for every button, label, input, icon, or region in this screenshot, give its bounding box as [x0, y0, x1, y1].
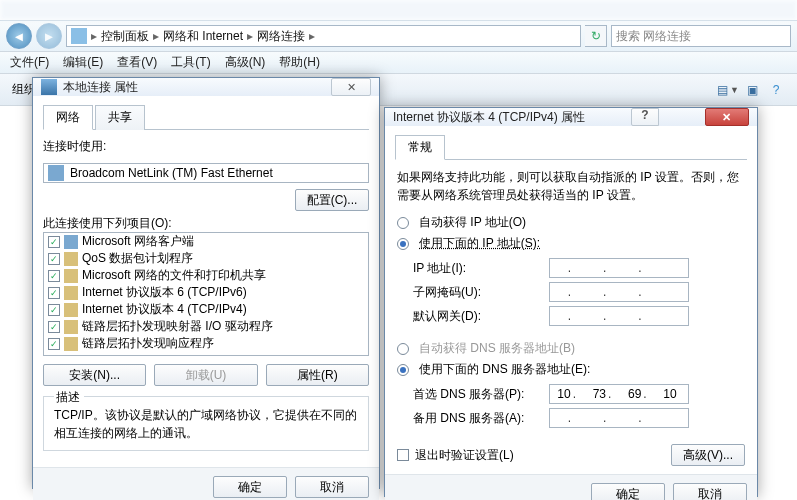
service-icon: [64, 252, 78, 266]
menu-bar: 文件(F) 编辑(E) 查看(V) 工具(T) 高级(N) 帮助(H): [0, 52, 797, 74]
checkbox-icon[interactable]: ✓: [48, 270, 60, 282]
radio-ip-manual[interactable]: 使用下面的 IP 地址(S):: [397, 235, 747, 252]
dialog-title: 本地连接 属性: [63, 79, 138, 96]
cancel-button[interactable]: 取消: [295, 476, 369, 498]
ok-button[interactable]: 确定: [213, 476, 287, 498]
ip-address-input[interactable]: [549, 258, 689, 278]
menu-advanced[interactable]: 高级(N): [225, 54, 266, 71]
client-icon: [64, 235, 78, 249]
checkbox-icon[interactable]: ✓: [48, 338, 60, 350]
checkbox-icon: [397, 449, 409, 461]
radio-icon: [397, 364, 409, 376]
forward-button[interactable]: ►: [36, 23, 62, 49]
alternate-dns-label: 备用 DNS 服务器(A):: [413, 410, 543, 427]
refresh-button[interactable]: ↻: [585, 25, 607, 47]
back-button[interactable]: ◄: [6, 23, 32, 49]
menu-view[interactable]: 查看(V): [117, 54, 157, 71]
radio-icon: [397, 217, 409, 229]
menu-tools[interactable]: 工具(T): [171, 54, 210, 71]
list-item[interactable]: ✓Internet 协议版本 6 (TCP/IPv6): [44, 284, 368, 301]
list-item-label: Microsoft 网络的文件和打印机共享: [82, 267, 266, 284]
proto-icon: [64, 320, 78, 334]
gateway-label: 默认网关(D):: [413, 308, 543, 325]
search-input[interactable]: 搜索 网络连接: [611, 25, 791, 47]
proto-icon: [64, 286, 78, 300]
list-item-label: Internet 协议版本 4 (TCP/IPv4): [82, 301, 247, 318]
network-icon: [41, 79, 57, 95]
tab-general[interactable]: 常规: [395, 135, 445, 160]
radio-dns-manual[interactable]: 使用下面的 DNS 服务器地址(E):: [397, 361, 747, 378]
description-label: 描述: [54, 389, 84, 406]
gateway-input[interactable]: [549, 306, 689, 326]
items-label: 此连接使用下列项目(O):: [43, 215, 369, 232]
checkbox-icon[interactable]: ✓: [48, 321, 60, 333]
breadcrumb[interactable]: ▸ 控制面板 ▸ 网络和 Internet ▸ 网络连接 ▸: [66, 25, 581, 47]
adapter-name: Broadcom NetLink (TM) Fast Ethernet: [70, 166, 273, 180]
menu-edit[interactable]: 编辑(E): [63, 54, 103, 71]
proto-icon: [64, 303, 78, 317]
components-list[interactable]: ✓Microsoft 网络客户端✓QoS 数据包计划程序✓Microsoft 网…: [43, 232, 369, 356]
alternate-dns-input[interactable]: [549, 408, 689, 428]
preferred-dns-input[interactable]: 10736910: [549, 384, 689, 404]
radio-ip-auto[interactable]: 自动获得 IP 地址(O): [397, 214, 747, 231]
menu-help[interactable]: 帮助(H): [279, 54, 320, 71]
checkbox-icon[interactable]: ✓: [48, 236, 60, 248]
tab-network[interactable]: 网络: [43, 105, 93, 130]
crumb-control-panel[interactable]: 控制面板: [101, 28, 149, 45]
subnet-mask-input[interactable]: [549, 282, 689, 302]
connect-using-label: 连接时使用:: [43, 138, 369, 155]
list-item[interactable]: ✓链路层拓扑发现响应程序: [44, 335, 368, 352]
help-icon[interactable]: ?: [767, 81, 785, 99]
radio-icon: [397, 238, 409, 250]
tab-sharing[interactable]: 共享: [95, 105, 145, 130]
subnet-mask-label: 子网掩码(U):: [413, 284, 543, 301]
preferred-dns-label: 首选 DNS 服务器(P):: [413, 386, 543, 403]
checkbox-icon[interactable]: ✓: [48, 304, 60, 316]
ip-address-label: IP 地址(I):: [413, 260, 543, 277]
list-item[interactable]: ✓QoS 数据包计划程序: [44, 250, 368, 267]
adapter-field: Broadcom NetLink (TM) Fast Ethernet: [43, 163, 369, 183]
checkbox-icon[interactable]: ✓: [48, 253, 60, 265]
list-item-label: 链路层拓扑发现响应程序: [82, 335, 214, 352]
control-panel-icon: [71, 28, 87, 44]
dialog-title: Internet 协议版本 4 (TCP/IPv4) 属性: [393, 109, 585, 126]
list-item-label: Microsoft 网络客户端: [82, 233, 194, 250]
nic-icon: [48, 165, 64, 181]
configure-button[interactable]: 配置(C)...: [295, 189, 369, 211]
list-item-label: QoS 数据包计划程序: [82, 250, 193, 267]
service-icon: [64, 269, 78, 283]
tab-strip: 网络 共享: [43, 104, 369, 130]
list-item[interactable]: ✓Microsoft 网络客户端: [44, 233, 368, 250]
radio-icon: [397, 343, 409, 355]
preview-pane-icon[interactable]: ▣: [743, 81, 761, 99]
list-item[interactable]: ✓链路层拓扑发现映射器 I/O 驱动程序: [44, 318, 368, 335]
radio-dns-auto: 自动获得 DNS 服务器地址(B): [397, 340, 747, 357]
validate-checkbox[interactable]: 退出时验证设置(L): [397, 447, 514, 464]
cancel-button[interactable]: 取消: [673, 483, 747, 500]
ok-button[interactable]: 确定: [591, 483, 665, 500]
description-text: TCP/IP。该协议是默认的广域网络协议，它提供在不同的相互连接的网络上的通讯。: [54, 406, 358, 442]
titlebar[interactable]: Internet 协议版本 4 (TCP/IPv4) 属性 ? ✕: [385, 108, 757, 126]
help-button[interactable]: ?: [631, 108, 659, 126]
menu-file[interactable]: 文件(F): [10, 54, 49, 71]
crumb-network-internet[interactable]: 网络和 Internet: [163, 28, 243, 45]
close-button[interactable]: ✕: [331, 78, 371, 96]
lan-properties-dialog: 本地连接 属性 ✕ 网络 共享 连接时使用: Broadcom NetLink …: [32, 77, 380, 489]
list-item[interactable]: ✓Microsoft 网络的文件和打印机共享: [44, 267, 368, 284]
proto-icon: [64, 337, 78, 351]
intro-text: 如果网络支持此功能，则可以获取自动指派的 IP 设置。否则，您需要从网络系统管理…: [397, 168, 745, 204]
crumb-network-connections[interactable]: 网络连接: [257, 28, 305, 45]
list-item-label: 链路层拓扑发现映射器 I/O 驱动程序: [82, 318, 273, 335]
uninstall-button: 卸载(U): [154, 364, 257, 386]
list-item[interactable]: ✓Internet 协议版本 4 (TCP/IPv4): [44, 301, 368, 318]
list-item-label: Internet 协议版本 6 (TCP/IPv6): [82, 284, 247, 301]
checkbox-icon[interactable]: ✓: [48, 287, 60, 299]
install-button[interactable]: 安装(N)...: [43, 364, 146, 386]
close-button[interactable]: ✕: [705, 108, 749, 126]
address-row: ◄ ► ▸ 控制面板 ▸ 网络和 Internet ▸ 网络连接 ▸ ↻ 搜索 …: [0, 20, 797, 52]
titlebar[interactable]: 本地连接 属性 ✕: [33, 78, 379, 96]
ipv4-properties-dialog: Internet 协议版本 4 (TCP/IPv4) 属性 ? ✕ 常规 如果网…: [384, 107, 758, 497]
view-icon[interactable]: ▤▼: [719, 81, 737, 99]
properties-button[interactable]: 属性(R): [266, 364, 369, 386]
advanced-button[interactable]: 高级(V)...: [671, 444, 745, 466]
